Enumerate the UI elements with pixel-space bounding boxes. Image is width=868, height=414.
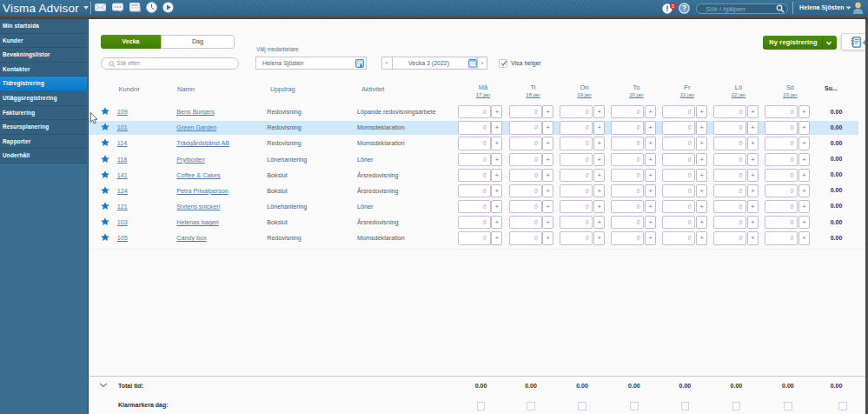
svg-text:5: 5 <box>672 3 674 9</box>
svg-text:?: ? <box>682 3 686 12</box>
